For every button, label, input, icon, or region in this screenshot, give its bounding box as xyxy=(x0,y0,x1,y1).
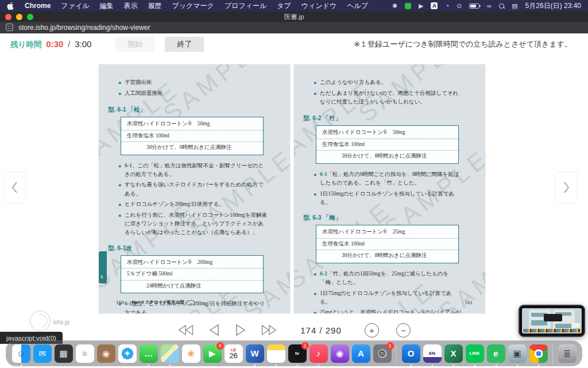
control-center-icon[interactable]: ▤ xyxy=(512,3,517,9)
zoom-out-button[interactable]: − xyxy=(396,323,411,338)
bullet-item: ●子宮摘出術 xyxy=(118,78,267,87)
last-page-button[interactable] xyxy=(260,324,277,336)
dock-maps-icon[interactable] xyxy=(161,344,179,363)
apple-logo-icon[interactable] xyxy=(7,2,14,10)
bullet-dot-icon: ● xyxy=(314,89,320,107)
update-status-icon[interactable]: ⊙ xyxy=(457,3,462,9)
menu-item[interactable]: 表示 xyxy=(123,1,137,11)
running-indicator xyxy=(431,365,433,366)
dock-mail-icon[interactable]: ✉ xyxy=(33,344,52,363)
dock-reminders-icon[interactable]: ≡ xyxy=(76,344,94,363)
dock-contacts-icon[interactable]: ◉ xyxy=(97,344,115,363)
section-bullet-list: ●6-1「松」処方の6時間ごとの投与を、8時間に間隔を延ばしたものである。これを… xyxy=(314,170,462,208)
menu-item[interactable]: 履歴 xyxy=(148,1,161,11)
link-status-icon[interactable]: ∞ xyxy=(487,3,492,9)
bullet-item: ●このようなやり方もある。 xyxy=(314,78,462,87)
menu-item[interactable]: ファイル xyxy=(61,1,89,11)
minimize-window-button[interactable] xyxy=(16,14,22,20)
pager-bar: 174 / 290 + − xyxy=(0,320,588,340)
history-status-icon[interactable]: ◔ xyxy=(445,3,449,9)
running-indicator xyxy=(516,365,518,366)
dock-outlook-icon[interactable]: O xyxy=(402,344,420,363)
prev-spread-button[interactable] xyxy=(207,324,221,336)
dock-launchpad-icon[interactable]: ▦ xyxy=(55,344,73,363)
mirror-dock xyxy=(523,329,581,332)
bullet-item: ●6-1「松」処方の6時間ごとの投与を、8時間に間隔を延ばしたものである。これを… xyxy=(314,170,462,188)
bullet-item: ●これを行う前に、水溶性ハイドロコートン100mgを溶解液に溶きワンショット静注… xyxy=(118,211,267,237)
menu-item[interactable]: プロフィール xyxy=(225,1,266,11)
zoom-window-button[interactable] xyxy=(27,14,33,20)
running-indicator xyxy=(452,365,454,366)
running-indicator xyxy=(410,365,412,366)
reading-timer: 残り時間 0:30 / 3:00 xyxy=(10,39,91,50)
dock-app-store-icon[interactable]: A xyxy=(352,344,370,363)
dock-safari-icon[interactable]: ✦ xyxy=(118,344,137,363)
bullet-item: ●人工関節置換術 xyxy=(118,89,267,98)
dock-trash-icon[interactable]: ≣ xyxy=(558,344,577,363)
dock-excel-icon[interactable]: X xyxy=(444,344,463,363)
menu-item[interactable]: 編集 xyxy=(99,1,113,11)
menu-app-name[interactable]: Chrome xyxy=(25,2,51,10)
bullet-item: ●25mgというと、水溶性ハイドロコートン®の1バイアルが2ml＝100mgであ… xyxy=(314,308,462,313)
prescription-line: 水溶性ハイドロコートン® 200mg xyxy=(121,257,263,269)
line-status-icon[interactable] xyxy=(405,3,411,9)
dock-music-icon[interactable]: ♪ xyxy=(310,344,328,363)
dock-notes-icon[interactable] xyxy=(267,344,285,363)
window-title-bar: 医書.jp xyxy=(0,12,588,22)
previous-page-button[interactable] xyxy=(5,172,25,202)
url-text[interactable]: store.isho.jp/browsing/reading/show-view… xyxy=(18,24,150,32)
dock-pictures-icon[interactable]: ▣ xyxy=(508,344,527,363)
dock-facetime-icon[interactable]: ▶4 xyxy=(203,344,222,363)
dock-messages-icon[interactable]: … xyxy=(140,344,158,363)
dock-en-app-icon[interactable]: EN xyxy=(423,344,442,363)
notification-badge: 4 xyxy=(216,342,224,350)
site-info-icon[interactable] xyxy=(6,24,13,31)
dock-podcasts-icon[interactable]: ◉ xyxy=(331,344,349,363)
chapter-side-tab: 5 xyxy=(99,251,107,283)
battery-icon[interactable] xyxy=(469,3,479,9)
zoom-in-button[interactable]: + xyxy=(365,323,379,338)
dock-evernote-icon[interactable]: e xyxy=(487,344,505,363)
menu-item[interactable]: タブ xyxy=(277,1,291,11)
running-indicator xyxy=(474,365,475,366)
end-button[interactable]: 終了 xyxy=(165,37,204,52)
running-indicator xyxy=(296,365,298,366)
spotlight-search-icon[interactable] xyxy=(499,3,504,9)
url-bar[interactable]: store.isho.jp/browsing/reading/show-view… xyxy=(0,22,588,33)
play-status-icon[interactable]: ▶ xyxy=(419,3,423,9)
menu-item[interactable]: ブックマーク xyxy=(172,1,214,11)
next-page-button[interactable] xyxy=(556,172,577,202)
prescription-line: 30分かけて、8時間おきに点滴静注 xyxy=(316,151,458,162)
viewer-toolbar: 残り時間 0:30 / 3:00 開始 終了 ※１登録ユーザにつき制限時間での立… xyxy=(0,33,588,55)
timer-divider: / xyxy=(68,40,70,49)
running-indicator xyxy=(20,365,22,366)
first-page-button[interactable] xyxy=(177,324,195,336)
prescription-box: 水溶性ハイドロコートン® 50mg生理食塩水 100ml30分かけて、6時間おき… xyxy=(121,117,264,155)
start-button[interactable]: 開始 xyxy=(115,37,154,52)
menu-item[interactable]: ウィンドウ xyxy=(301,1,336,11)
dock-word-icon[interactable]: W xyxy=(246,344,264,363)
desktop: Chrome ファイル編集表示履歴ブックマークプロフィールタブウィンドウヘルプ … xyxy=(0,0,588,368)
prescription-box: 水溶性ハイドロコートン® 200mg5％ブドウ糖 500ml24時間かけて点滴静… xyxy=(121,255,264,294)
dock-photos-icon[interactable]: ❀ xyxy=(182,344,200,363)
menu-item[interactable]: ヘルプ xyxy=(347,1,368,11)
dock-apple-tv-icon[interactable]: tv1 xyxy=(288,344,307,363)
dock-finder-icon[interactable]: ☺ xyxy=(12,344,30,363)
close-window-button[interactable] xyxy=(5,14,11,20)
dock-line-icon[interactable]: LINE xyxy=(466,344,484,363)
dock-chrome-icon[interactable] xyxy=(529,344,548,363)
book-page-right: SAMPLESAMPLESAMPLESAMPLESAMPLESAMPLE ●この… xyxy=(294,64,485,313)
bullet-dot-icon: ● xyxy=(118,89,125,98)
dock-calendar-icon[interactable]: 5月26 xyxy=(225,344,243,363)
footer-part-title: Part 5 ステロイド処方の型 xyxy=(132,300,195,305)
running-indicator xyxy=(318,365,319,366)
dock-settings-icon[interactable]: ⚙1 xyxy=(373,344,392,363)
prescription-line: 生理食塩水 100ml xyxy=(316,139,458,151)
next-spread-button[interactable] xyxy=(234,324,247,336)
menu-clock[interactable]: 5月26日(日) 23:40 xyxy=(525,1,581,11)
prescription-line: 水溶性ハイドロコートン® 50mg xyxy=(316,127,458,139)
screen-mirror-preview[interactable] xyxy=(519,305,585,337)
evernote-status-icon[interactable]: ✱ xyxy=(392,3,397,9)
running-indicator xyxy=(148,365,149,366)
input-source-icon[interactable]: A xyxy=(431,2,438,9)
